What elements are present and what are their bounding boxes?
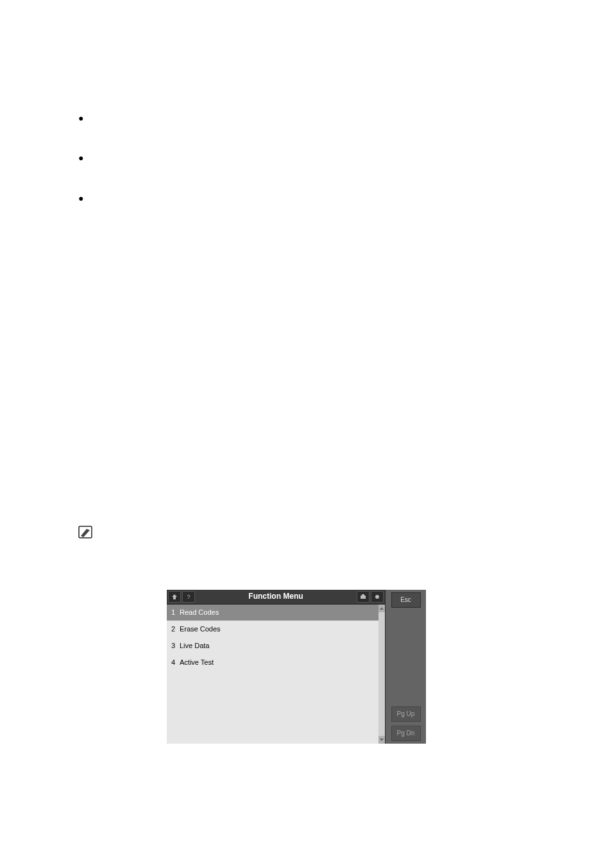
bullet-icon: ●: [78, 192, 83, 204]
menu-item-read-codes[interactable]: 1 Read Codes: [167, 605, 378, 621]
bullet-icon: ●: [78, 151, 83, 164]
scroll-up-icon[interactable]: [378, 605, 385, 612]
button-label: Esc: [400, 596, 411, 605]
menu-item-index: 4: [167, 658, 180, 668]
pager-buttons: Pg Up Pg Dn: [391, 706, 421, 741]
menu-item-label: Active Test: [180, 658, 214, 668]
esc-button[interactable]: Esc: [391, 592, 421, 608]
bullet-icon: ●: [78, 112, 83, 124]
title-bar: ? Function Menu: [167, 590, 385, 605]
menu-item-index: 3: [167, 641, 180, 651]
button-label: Pg Dn: [397, 729, 415, 739]
page-up-button[interactable]: Pg Up: [391, 706, 421, 722]
list-item: ●: [78, 150, 554, 164]
menu-item-index: 1: [167, 608, 180, 618]
title-icons-left: ?: [168, 591, 195, 603]
home-icon[interactable]: [168, 591, 181, 603]
list-item: ●: [78, 190, 554, 204]
menu-list-area: 1 Read Codes 2 Erase Codes 3 Live Data 4…: [167, 605, 385, 744]
document-page: ● ● ●: [0, 0, 612, 868]
print-icon[interactable]: [357, 591, 370, 603]
menu-item-erase-codes[interactable]: 2 Erase Codes: [167, 621, 378, 638]
svg-text:?: ?: [187, 594, 190, 600]
page-down-button[interactable]: Pg Dn: [391, 726, 421, 741]
svg-rect-3: [362, 594, 364, 596]
function-menu-screenshot: ? Function Menu 1 Read Co: [167, 590, 426, 744]
svg-point-4: [375, 595, 379, 599]
menu-item-label: Erase Codes: [180, 624, 221, 635]
menu-item-live-data[interactable]: 3 Live Data: [167, 638, 378, 655]
menu-item-active-test[interactable]: 4 Active Test: [167, 655, 378, 671]
help-icon[interactable]: ?: [182, 591, 195, 603]
menu-item-label: Read Codes: [180, 608, 219, 618]
menu-item-index: 2: [167, 624, 180, 635]
note-row: [78, 524, 554, 538]
note-icon: [78, 526, 92, 538]
list-item: ●: [78, 110, 554, 124]
bullet-list: ● ● ●: [78, 110, 554, 230]
side-buttons: Esc Pg Up Pg Dn: [386, 590, 426, 744]
button-label: Pg Up: [397, 710, 415, 719]
svg-rect-2: [361, 596, 366, 599]
menu-rows: 1 Read Codes 2 Erase Codes 3 Live Data 4…: [167, 605, 378, 744]
title-text: Function Menu: [167, 591, 385, 602]
record-icon[interactable]: [371, 591, 384, 603]
menu-item-label: Live Data: [180, 641, 209, 651]
function-menu-panel: ? Function Menu 1 Read Co: [167, 590, 386, 744]
title-icons-right: [357, 591, 384, 603]
scrollbar[interactable]: [378, 605, 385, 744]
scroll-down-icon[interactable]: [378, 736, 385, 744]
